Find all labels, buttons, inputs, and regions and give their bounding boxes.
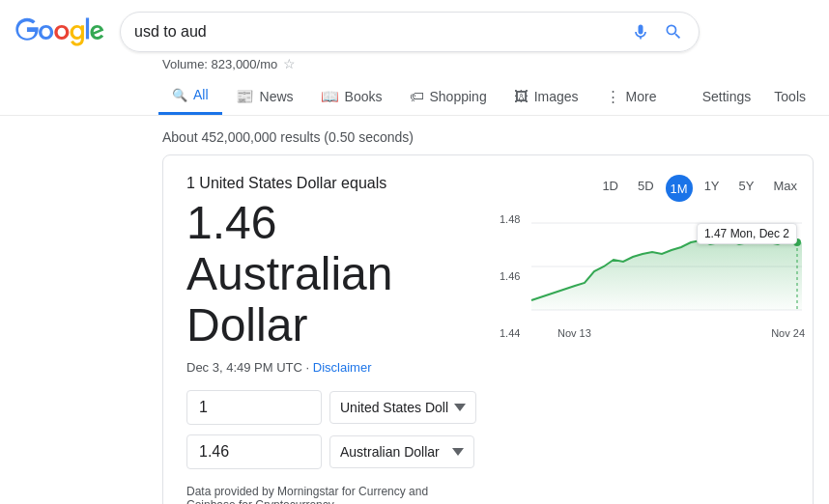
tab-books-label: Books (345, 89, 383, 104)
tab-shopping[interactable]: 🏷 Shopping (396, 78, 500, 114)
from-amount-input[interactable] (186, 390, 322, 425)
time-tab-max[interactable]: Max (765, 175, 805, 202)
volume-text: Volume: 823,000/mo (162, 57, 277, 71)
x-label-nov24: Nov 24 (771, 327, 805, 339)
to-currency-select[interactable]: Australian Dollar Euro British Pound (329, 435, 474, 468)
microphone-icon[interactable] (629, 20, 652, 43)
results-count: About 452,000,000 results (0.50 seconds) (0, 116, 829, 154)
shopping-icon: 🏷 (410, 88, 424, 104)
google-logo (15, 14, 104, 49)
search-icons (629, 20, 685, 43)
time-tab-1m[interactable]: 1M (666, 175, 693, 202)
star-icon[interactable]: ☆ (283, 56, 296, 71)
tab-images[interactable]: 🖼 Images (500, 78, 592, 114)
tab-shopping-label: Shopping (430, 89, 487, 104)
to-currency-row: Australian Dollar Euro British Pound (186, 434, 476, 469)
tab-images-label: Images (534, 89, 579, 104)
all-icon: 🔍 (172, 88, 187, 102)
search-input[interactable] (134, 23, 629, 41)
y-label-low: 1.44 (500, 327, 521, 339)
time-tab-1d[interactable]: 1D (594, 175, 626, 202)
volume-line: Volume: 823,000/mo ☆ (162, 52, 829, 71)
tab-more[interactable]: ⋮ More (592, 78, 671, 115)
from-currency-select[interactable]: United States Dolla Euro British Pound (329, 391, 476, 424)
header (0, 0, 829, 52)
chart-area: 1.47 Mon, Dec 2 Nov 13 Nov 24 (529, 213, 805, 339)
from-currency-row: United States Dolla Euro British Pound (186, 390, 476, 425)
nav-settings: Settings Tools (695, 79, 829, 114)
tab-all-label: All (193, 87, 209, 102)
tab-news[interactable]: 📰 News (222, 78, 307, 115)
nav-tabs: 🔍 All 📰 News 📖 Books 🏷 Shopping 🖼 Images… (0, 73, 829, 116)
search-bar-wrapper (120, 12, 700, 52)
currency-equals-text: 1 United States Dollar equals (186, 175, 476, 192)
time-tab-1y[interactable]: 1Y (697, 175, 728, 202)
data-footer: Data provided by Morningstar for Currenc… (186, 485, 476, 504)
currency-card: 1 United States Dollar equals 1.46 Austr… (162, 154, 814, 504)
y-axis-labels: 1.48 1.46 1.44 (496, 213, 525, 339)
images-icon: 🖼 (514, 88, 529, 104)
y-label-high: 1.48 (500, 213, 521, 225)
currency-inputs: United States Dolla Euro British Pound A… (186, 390, 476, 469)
tab-more-label: More (626, 89, 657, 104)
currency-left: 1 United States Dollar equals 1.46 Austr… (186, 175, 476, 504)
time-tab-5y[interactable]: 5Y (731, 175, 762, 202)
search-button[interactable] (662, 20, 685, 43)
currency-time: Dec 3, 4:49 PM UTC · Disclaimer (186, 360, 476, 375)
tab-books[interactable]: 📖 Books (307, 78, 396, 115)
y-label-mid: 1.46 (500, 270, 521, 282)
chart-time-tabs: 1D 5D 1M 1Y 5Y Max (496, 175, 805, 202)
tools-link[interactable]: Tools (766, 79, 814, 114)
to-amount-input[interactable] (186, 434, 322, 469)
x-axis-labels: Nov 13 Nov 24 (529, 327, 805, 339)
more-dots-icon: ⋮ (606, 88, 620, 105)
books-icon: 📖 (321, 88, 339, 105)
time-tab-5d[interactable]: 5D (630, 175, 662, 202)
chart-tooltip: 1.47 Mon, Dec 2 (697, 223, 797, 244)
tab-all[interactable]: 🔍 All (158, 77, 222, 115)
news-icon: 📰 (236, 88, 254, 105)
search-bar (120, 12, 700, 52)
x-label-nov13: Nov 13 (557, 327, 591, 339)
disclaimer-link[interactable]: Disclaimer (313, 360, 372, 375)
currency-right: 1D 5D 1M 1Y 5Y Max 1.48 1.46 1.44 (496, 175, 805, 504)
currency-result: 1.46 AustralianDollar (186, 198, 476, 350)
settings-link[interactable]: Settings (695, 79, 759, 114)
tab-news-label: News (260, 89, 294, 104)
